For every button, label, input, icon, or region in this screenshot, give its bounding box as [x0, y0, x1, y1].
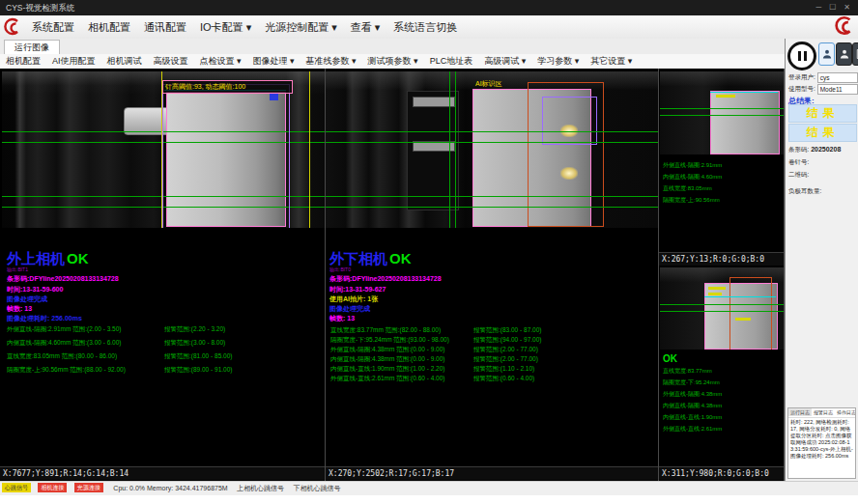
roi-rect-overlay [162, 84, 290, 228]
barcode-row: 条形码: 20250208 [788, 146, 841, 154]
menu-camera-config[interactable]: 相机配置 [81, 21, 137, 33]
light-connect-badge: 光源连接 [74, 483, 103, 492]
label-overlay [708, 293, 722, 295]
title-bar: CYS-视觉检测系统 ─☐✕ [0, 0, 858, 15]
log-tab-run[interactable]: 运行日志 [788, 408, 812, 416]
frames-line: 帧数: 13 [329, 314, 355, 323]
menu-language-switch[interactable]: 系统语言切换 [386, 21, 464, 33]
frames-line: 帧数: 13 [7, 304, 32, 314]
user-button-active[interactable] [818, 42, 835, 66]
pause-button[interactable] [787, 42, 816, 70]
close-button[interactable]: ✕ [840, 0, 854, 15]
log-tab-alarm[interactable]: 报警日志 [812, 408, 835, 416]
menu-system-config[interactable]: 系统配置 [25, 21, 81, 33]
measure-row: 外侧直线-隔圈:4.38mm 范围:(0.00 - 9.00)报警范围:(2.0… [330, 346, 538, 354]
tool-advanced-settings[interactable]: 高级设置 [148, 56, 194, 66]
tool-test-params[interactable]: 测试项参数 ▾ [362, 56, 424, 66]
baseline-overlay [326, 131, 658, 132]
pin-row: 卷针号: [788, 158, 809, 167]
tab-glow [560, 167, 578, 180]
tool-advanced-debug[interactable]: 高级调试 ▾ [478, 56, 531, 66]
tool-learning-params[interactable]: 学习参数 ▾ [531, 56, 585, 66]
window-title: CYS-视觉检测系统 [0, 0, 858, 15]
threshold-label: 针高阈值:93, 动态阈值:100 [162, 80, 293, 94]
log-tab-operate[interactable]: 操作日志 [835, 408, 856, 416]
barcode-line: 条形码:DFYline20250208133134728 [7, 274, 119, 284]
pixel-coords-lower: X:270;Y:2502;R:17;G:17;B:17 [326, 466, 658, 480]
tool-camera-debug[interactable]: 相机调试 [101, 56, 148, 66]
divider [658, 69, 659, 481]
baseline-overlay [660, 311, 784, 312]
tool-image-processing[interactable]: 图像处理 ▾ [247, 56, 300, 66]
maximize-button[interactable]: ☐ [825, 0, 840, 15]
menu-light-config[interactable]: 光源控制配置 ▾ [258, 21, 344, 33]
barcode-value: 20250208 [811, 146, 841, 153]
pixel-coords-thumb2: X:311;Y:980;R:0;G:0;B:0 [659, 466, 784, 480]
exit-icon [855, 48, 858, 60]
marker-overlay [270, 94, 278, 100]
tool-baseline-params[interactable]: 基准线参数 ▾ [300, 56, 362, 66]
measure-row: 外侧直线-隔圈:2.91mm 范围:(2.00 - 3.50)报警范围:(2.2… [7, 325, 225, 334]
camera-view-upper[interactable]: 针高阈值:93, 动态阈值:100 [2, 71, 325, 228]
lower-camera-heartbeat[interactable]: 下相机心跳信号 [294, 482, 341, 494]
baseline-overlay [660, 115, 784, 116]
tool-camera-config[interactable]: 相机配置 [0, 56, 46, 66]
ok-status: OK [663, 352, 722, 365]
tool-spotcheck-settings[interactable]: 点检设置 ▾ [194, 56, 247, 66]
measure-row: 外侧直线-直线:2.61mm 范围:(0.60 - 4.00)报警范围:(0.6… [330, 375, 534, 383]
label-overlay [735, 318, 751, 321]
tab-count-row: 负极耳数量: [788, 187, 821, 196]
inspected-part [710, 91, 780, 154]
user-icon [821, 48, 833, 60]
time-line: 时间:13-31-59-627 [329, 285, 386, 294]
log-tabs: 运行日志报警日志操作日志 [788, 408, 855, 418]
thumb1-result-lines: 外侧直线-隔圈:2.91mm内侧直线-隔圈:4.60mm直线宽度:83.05mm… [663, 159, 722, 206]
tool-other-settings[interactable]: 其它设置 ▾ [585, 56, 638, 66]
menu-view[interactable]: 查看 ▾ [344, 21, 387, 33]
measure-row: 内侧直线-直线:1.90mm 范围:(1.00 - 2.20)报警范围:(1.1… [330, 365, 534, 374]
heartbeat-badge: 心跳信号 [2, 483, 31, 492]
user-button[interactable] [836, 42, 852, 66]
barcode-line: 条形码:DFYline20250208133134728 [329, 274, 442, 284]
ai-region-label: AI标识区 [475, 79, 502, 89]
tab-run-image[interactable]: 运行图像 [4, 40, 60, 55]
model-row: 使用型号: Mode11 [788, 84, 858, 95]
upper-camera-heartbeat[interactable]: 上相机心跳信号 [237, 482, 284, 494]
roi-line-overlay [455, 71, 456, 228]
thumbnail-view-1[interactable] [660, 71, 784, 154]
status-bar: 心跳信号 相机连接 光源连接 Cpu: 0.0% Memory: 3424.41… [0, 481, 858, 495]
ok-status: OK [389, 250, 412, 266]
tool-plc-address[interactable]: PLC地址表 [424, 56, 479, 66]
workspace: 针高阈值:93, 动态阈值:100 AI标识区 外上相机OK 输出:BIT1 条… [0, 69, 858, 481]
tab-row: 运行图像 [0, 39, 858, 55]
exit-button[interactable] [852, 42, 858, 66]
ok-status: OK [67, 250, 89, 266]
camera-view-lower[interactable]: AI标识区 [326, 71, 658, 228]
menu-io-config[interactable]: IO卡配置 ▾ [193, 21, 258, 33]
baseline-overlay [660, 304, 784, 305]
camera-connect-badge: 相机连接 [38, 483, 67, 492]
result-block-upper: 外上相机OK 输出:BIT1 [7, 250, 89, 272]
login-user-field[interactable]: cys [817, 72, 858, 83]
baseline-overlay [326, 142, 658, 143]
result-badge-1: 结果 [788, 104, 857, 123]
model-field[interactable]: Mode11 [817, 84, 858, 95]
label-overlay [708, 287, 726, 290]
menu-comm-config[interactable]: 通讯配置 [137, 21, 193, 33]
roi-rect-overlay [542, 97, 597, 145]
baseline-overlay [326, 207, 658, 208]
right-sidebar: 登录用户: cys 使用型号: Mode11 总结果: 结果 结果 条形码: 2… [785, 39, 858, 481]
toolbar: 相机配置AI使用配置相机调试高级设置点检设置 ▾图像处理 ▾基准线参数 ▾测试项… [0, 54, 858, 70]
measure-row: 内侧直线-隔圈:4.60mm 范围:(3.00 - 6.00)报警范围:(3.0… [7, 339, 225, 348]
measure-row: 隔圈宽度-上:90.56mm 范围:(88.00 - 92.00)报警范围:(8… [7, 366, 232, 375]
tool-ai-config[interactable]: AI使用配置 [46, 56, 101, 66]
detect-rect-overlay [729, 277, 772, 350]
minimize-button[interactable]: ─ [812, 0, 825, 15]
model-label: 使用型号: [788, 85, 815, 92]
roi-line-overlay [309, 71, 310, 228]
thumbnail-view-2[interactable] [660, 267, 784, 350]
cpu-memory-text: Cpu: 0.0% Memory: 3424.41796875M [113, 482, 227, 494]
edge-line-overlay [704, 296, 776, 297]
qr-row: 二维码: [788, 171, 809, 180]
time-line: 时间:13-31-59-600 [7, 285, 63, 294]
